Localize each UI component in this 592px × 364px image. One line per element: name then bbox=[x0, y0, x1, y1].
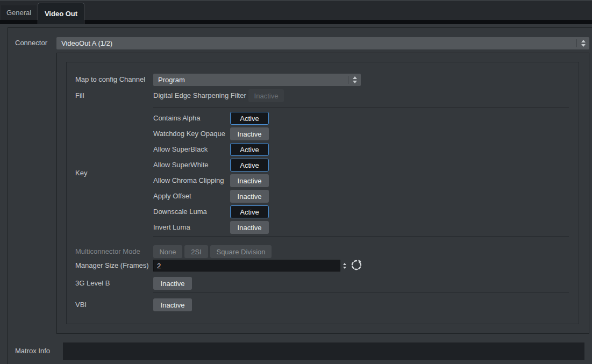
key-option-label: Watchdog Key Opaque bbox=[153, 129, 225, 139]
manager-size-label: Manager Size (Frames) bbox=[75, 260, 149, 271]
toggle-button-allow-superwhite[interactable]: Active bbox=[230, 159, 269, 172]
toggle-button-contains-alpha[interactable]: Active bbox=[230, 112, 269, 125]
video-out-settings-window: General Video Out Connector VideoOut A (… bbox=[0, 0, 592, 364]
section-divider bbox=[153, 236, 569, 237]
toggle-button-3g-level-b[interactable]: Inactive bbox=[153, 277, 192, 290]
tab-bar: General Video Out bbox=[0, 0, 592, 23]
key-option-label: Apply Offset bbox=[153, 191, 191, 202]
tab-bar-underline bbox=[0, 20, 592, 24]
toggle-button-apply-offset[interactable]: Inactive bbox=[230, 190, 269, 203]
refresh-icon[interactable] bbox=[351, 259, 362, 271]
section-divider bbox=[153, 292, 569, 293]
toggle-button-vbi[interactable]: Inactive bbox=[153, 298, 192, 311]
toggle-button-invert-luma[interactable]: Inactive bbox=[230, 221, 269, 234]
map-channel-dropdown[interactable]: Program bbox=[153, 74, 361, 86]
key-option-label: Allow SuperBlack bbox=[153, 144, 208, 155]
dropdown-spinner-icon[interactable] bbox=[577, 40, 589, 47]
mode-button-none: None bbox=[153, 245, 182, 258]
connector-dropdown-value: VideoOut A (1/2) bbox=[56, 39, 576, 47]
map-channel-label: Map to config Channel bbox=[75, 74, 145, 85]
3g-level-b-label: 3G Level B bbox=[75, 278, 110, 289]
multiconnector-mode-label: Multiconnector Mode bbox=[75, 246, 140, 257]
key-label: Key bbox=[75, 168, 87, 179]
manager-size-input[interactable] bbox=[153, 260, 340, 272]
map-channel-dropdown-value: Program bbox=[153, 76, 348, 84]
toggle-button-downscale-luma[interactable]: Active bbox=[230, 205, 269, 218]
toggle-button-allow-superblack[interactable]: Active bbox=[230, 143, 269, 156]
toggle-button-edge-sharpening: Inactive bbox=[248, 89, 284, 102]
key-option-label: Downscale Luma bbox=[153, 206, 207, 217]
stepper-icon[interactable] bbox=[341, 260, 348, 272]
tab-general[interactable]: General bbox=[1, 5, 37, 20]
toggle-button-watchdog-key-opaque[interactable]: Inactive bbox=[230, 127, 269, 140]
section-divider bbox=[153, 107, 569, 108]
key-option-label: Invert Luma bbox=[153, 222, 190, 233]
mode-button-square-division: Square Division bbox=[210, 245, 272, 258]
vbi-label: VBI bbox=[75, 299, 87, 310]
key-option-label: Allow SuperWhite bbox=[153, 160, 209, 170]
mode-button-2si: 2SI bbox=[184, 245, 208, 258]
tab-video-out[interactable]: Video Out bbox=[38, 3, 84, 24]
key-option-label: Contains Alpha bbox=[153, 113, 200, 124]
fill-item-label: Digital Edge Sharpening Filter bbox=[153, 90, 246, 101]
key-option-label: Allow Chroma Clipping bbox=[153, 175, 224, 186]
matrox-info-box bbox=[63, 342, 584, 360]
channel-settings-panel bbox=[66, 62, 579, 324]
connector-label: Connector bbox=[15, 38, 47, 48]
dropdown-spinner-icon[interactable] bbox=[348, 76, 361, 83]
matrox-info-label: Matrox Info bbox=[15, 346, 50, 356]
fill-label: Fill bbox=[75, 90, 84, 101]
connector-dropdown[interactable]: VideoOut A (1/2) bbox=[56, 37, 589, 49]
toggle-button-allow-chroma-clipping[interactable]: Inactive bbox=[230, 174, 269, 187]
